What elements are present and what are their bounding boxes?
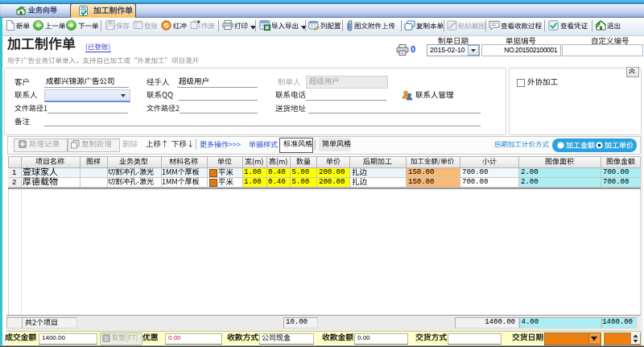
svg-text:S: S <box>104 335 108 342</box>
